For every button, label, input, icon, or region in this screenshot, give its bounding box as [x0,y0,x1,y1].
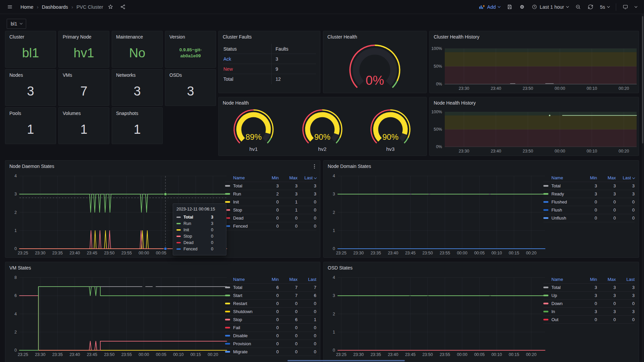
legend-col-max[interactable]: Max [279,277,298,282]
series-name[interactable]: Disable [233,333,260,338]
faults-table: StatusFaultsAck3New9Total12 [223,44,316,84]
gauge-label: hv2 [294,146,351,152]
series-min: 0 [260,349,279,354]
legend-col-last[interactable]: Last [298,277,316,282]
series-min: 3 [578,285,597,290]
panel-title[interactable]: Primary Node [63,34,92,40]
series-name[interactable]: Out [551,317,578,322]
stat-value: 1 [59,118,109,141]
series-name[interactable]: Total [233,183,260,188]
panel-title[interactable]: Cluster [9,34,24,40]
legend-col-name[interactable]: Name [543,277,578,282]
series-name[interactable]: Stop [233,207,260,213]
series-color-marker [543,209,548,211]
legend-col-min[interactable]: Min [260,175,279,180]
series-name[interactable]: Start [233,293,260,298]
series-name[interactable]: Ready [551,191,578,196]
legend-row: Fail000 [225,324,316,332]
refresh-button[interactable] [585,2,596,11]
series-name[interactable]: Fail [233,325,260,330]
legend-col-name[interactable]: Name [225,277,260,282]
variable-value: bl1 [11,21,17,26]
panel-title[interactable]: Networks [116,72,136,78]
nav-more-button[interactable] [633,5,639,9]
legend-col-max[interactable]: Max [597,277,616,282]
tooltip-series-value: 0 [211,247,213,251]
series-name[interactable]: Flush [551,207,578,213]
favorite-button[interactable] [105,2,116,11]
legend-col-min[interactable]: Min [260,277,279,282]
panel-title[interactable]: Nodes [9,72,23,78]
series-name[interactable]: Total [233,285,260,290]
panel-title[interactable]: Cluster Faults [223,34,252,40]
series-name[interactable]: Total [551,285,578,290]
time-range-picker[interactable]: Last 1 hour [529,2,571,11]
series-name[interactable]: Init [233,199,260,204]
dashboard-settings-button[interactable] [517,2,527,11]
series-name[interactable]: Provision [233,341,260,346]
series-name[interactable]: Migrate [233,349,260,354]
series-color-marker [543,311,548,312]
panel-title[interactable]: Volumes [63,110,81,116]
save-dashboard-button[interactable] [504,2,515,11]
series-name[interactable]: Run [233,191,260,196]
breadcrumb-home[interactable]: Home [20,4,34,10]
svg-text:00:00: 00:00 [139,352,149,357]
refresh-interval-picker[interactable]: 5s [598,3,612,11]
horizontal-scrollbar-thumb[interactable] [287,360,405,361]
series-name[interactable]: Dead [233,216,260,221]
legend-col-name[interactable]: Name [225,175,260,180]
legend-col-min[interactable]: Min [578,277,597,282]
time-series-plot[interactable]: 0%50%100%23:3023:4023:5000:0000:1000:20 [430,31,639,93]
svg-text:00:00: 00:00 [555,86,565,91]
tooltip-series-value: 0 [211,240,213,245]
svg-text:50%: 50% [434,127,442,132]
faults-col-status[interactable]: Status [223,44,271,54]
share-button[interactable] [118,2,128,11]
svg-text:23:35: 23:35 [371,251,381,255]
legend-col-max[interactable]: Max [279,175,298,180]
breadcrumb-separator: › [37,4,39,10]
tv-mode-button[interactable] [620,2,631,11]
panel-title[interactable]: Version [169,34,185,40]
zoom-out-button[interactable] [573,2,583,11]
menu-button[interactable] [5,2,15,11]
fault-status: New [223,64,271,74]
series-name[interactable]: Unflush [551,216,578,221]
panel-title[interactable]: OSDs [169,72,182,78]
legend-col-max[interactable]: Max [597,175,616,180]
panel-title[interactable]: Pools [9,110,21,116]
series-name[interactable]: Up [551,293,578,298]
legend-col-min[interactable]: Min [578,175,597,180]
legend-col-last[interactable]: Last [616,277,635,282]
breadcrumb: Home › Dashboards › PVC Cluster [20,4,103,10]
series-name[interactable]: In [551,309,578,314]
panel-version: Version 0.9.85~git-ab0a1e09 [165,31,216,68]
variable-selector[interactable]: bl1 [7,19,26,29]
faults-col-faults[interactable]: Faults [271,44,316,54]
panel-title[interactable]: VMs [63,72,72,78]
series-name[interactable]: Total [551,183,578,188]
breadcrumb-dashboards[interactable]: Dashboards [42,4,68,10]
series-color-marker [543,319,548,320]
series-name[interactable]: Fenced [233,224,260,229]
stat-value: 7 [59,79,109,103]
series-name[interactable]: Shutdown [233,309,260,314]
gauge-label: hv3 [362,146,419,152]
series-color-marker [225,351,230,353]
series-name[interactable]: Down [551,301,578,306]
gauge-value: 89% [246,132,262,141]
time-series-plot[interactable]: 0%50%100%23:3023:4023:5000:0000:1000:20 [430,97,639,156]
legend-col-last[interactable]: Last [616,175,635,180]
series-name[interactable]: Stop [233,317,260,322]
svg-text:00:05: 00:05 [156,251,166,255]
panel-title[interactable]: Snapshots [116,110,138,116]
legend-col-last[interactable]: Last [298,175,316,180]
series-name[interactable]: Flushed [551,199,578,204]
series-name[interactable]: Restart [233,301,260,306]
panel-title[interactable]: Maintenance [116,34,143,40]
add-button[interactable]: Add [477,2,502,11]
tooltip-row: Stop0 [176,233,223,239]
legend-col-name[interactable]: Name [543,175,578,180]
vertical-scrollbar-thumb[interactable] [642,16,643,143]
